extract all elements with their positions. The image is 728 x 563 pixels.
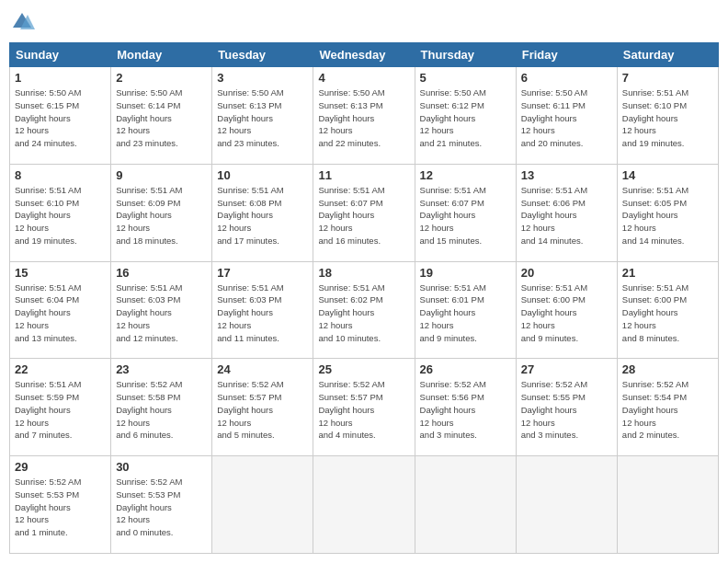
calendar-cell: 16 Sunrise: 5:51 AM Sunset: 6:03 PM Dayl… (111, 261, 212, 359)
day-number: 11 (318, 168, 409, 182)
day-info: Sunrise: 5:51 AM Sunset: 6:08 PM Dayligh… (217, 184, 308, 247)
day-info: Sunrise: 5:50 AM Sunset: 6:13 PM Dayligh… (217, 86, 308, 150)
day-number: 8 (15, 168, 106, 182)
day-info: Sunrise: 5:51 AM Sunset: 6:06 PM Dayligh… (521, 184, 612, 247)
calendar-cell: 12 Sunrise: 5:51 AM Sunset: 6:07 PM Dayl… (415, 164, 516, 261)
sunrise-label: Sunrise: 5:52 AM (622, 379, 688, 389)
daylight-minutes: and 0 minutes. (116, 527, 173, 537)
calendar-cell (617, 456, 718, 554)
sunrise-label: Sunrise: 5:51 AM (217, 282, 283, 293)
day-number: 24 (217, 362, 308, 376)
daylight-label: Daylight hours (318, 405, 374, 415)
sunrise-label: Sunrise: 5:51 AM (420, 185, 486, 195)
daylight-duration: 12 hours (420, 320, 454, 330)
day-number: 6 (521, 71, 612, 85)
day-info: Sunrise: 5:51 AM Sunset: 6:07 PM Dayligh… (318, 184, 409, 247)
day-info: Sunrise: 5:52 AM Sunset: 5:55 PM Dayligh… (521, 378, 612, 442)
sunset-label: Sunset: 6:10 PM (15, 198, 79, 208)
daylight-label: Daylight hours (521, 405, 577, 415)
day-number: 27 (521, 362, 612, 376)
sunrise-label: Sunrise: 5:52 AM (420, 379, 486, 389)
calendar-cell: 10 Sunrise: 5:51 AM Sunset: 6:08 PM Dayl… (212, 164, 313, 261)
daylight-duration: 12 hours (622, 418, 656, 428)
daylight-minutes: and 7 minutes. (15, 430, 72, 440)
daylight-minutes: and 23 minutes. (217, 138, 279, 148)
sunset-label: Sunset: 5:53 PM (15, 489, 79, 500)
sunset-label: Sunset: 6:02 PM (318, 294, 382, 304)
day-info: Sunrise: 5:52 AM Sunset: 5:57 PM Dayligh… (217, 378, 308, 442)
day-info: Sunrise: 5:51 AM Sunset: 6:00 PM Dayligh… (521, 282, 612, 345)
sunset-label: Sunset: 6:13 PM (318, 100, 382, 110)
weekday-header-tuesday: Tuesday (212, 43, 313, 67)
sunrise-label: Sunrise: 5:52 AM (521, 379, 587, 389)
calendar-cell: 19 Sunrise: 5:51 AM Sunset: 6:01 PM Dayl… (415, 261, 516, 359)
sunrise-label: Sunrise: 5:51 AM (622, 87, 688, 98)
daylight-minutes: and 6 minutes. (116, 430, 173, 440)
daylight-duration: 12 hours (318, 418, 352, 428)
calendar-cell: 1 Sunrise: 5:50 AM Sunset: 6:15 PM Dayli… (10, 67, 111, 165)
daylight-label: Daylight hours (318, 307, 374, 317)
sunrise-label: Sunrise: 5:51 AM (318, 185, 384, 195)
daylight-label: Daylight hours (521, 307, 577, 317)
sunset-label: Sunset: 6:08 PM (217, 198, 281, 208)
daylight-label: Daylight hours (318, 113, 374, 123)
daylight-duration: 12 hours (622, 125, 656, 135)
day-info: Sunrise: 5:52 AM Sunset: 5:54 PM Dayligh… (622, 378, 713, 442)
daylight-duration: 12 hours (116, 125, 150, 135)
daylight-label: Daylight hours (217, 307, 273, 317)
sunrise-label: Sunrise: 5:50 AM (318, 87, 384, 98)
sunrise-label: Sunrise: 5:50 AM (217, 87, 283, 98)
sunrise-label: Sunrise: 5:51 AM (116, 185, 182, 195)
daylight-duration: 12 hours (318, 223, 352, 233)
sunrise-label: Sunrise: 5:52 AM (217, 379, 283, 389)
day-number: 18 (318, 266, 409, 280)
sunset-label: Sunset: 6:13 PM (217, 100, 281, 110)
day-number: 10 (217, 168, 308, 182)
daylight-minutes: and 23 minutes. (116, 138, 178, 148)
day-number: 25 (318, 362, 409, 376)
daylight-minutes: and 1 minute. (15, 527, 68, 537)
calendar-cell: 5 Sunrise: 5:50 AM Sunset: 6:12 PM Dayli… (415, 67, 516, 165)
day-info: Sunrise: 5:50 AM Sunset: 6:13 PM Dayligh… (318, 86, 409, 150)
calendar-cell: 8 Sunrise: 5:51 AM Sunset: 6:10 PM Dayli… (10, 164, 111, 261)
daylight-duration: 12 hours (15, 514, 49, 524)
sunset-label: Sunset: 5:57 PM (217, 392, 281, 402)
sunset-label: Sunset: 5:55 PM (521, 392, 586, 402)
daylight-label: Daylight hours (15, 307, 71, 317)
day-info: Sunrise: 5:51 AM Sunset: 6:09 PM Dayligh… (116, 184, 207, 247)
calendar-cell (212, 456, 313, 554)
calendar-cell: 30 Sunrise: 5:52 AM Sunset: 5:53 PM Dayl… (111, 456, 212, 554)
sunrise-label: Sunrise: 5:51 AM (15, 282, 81, 293)
sunset-label: Sunset: 6:03 PM (217, 294, 281, 304)
daylight-label: Daylight hours (420, 210, 476, 220)
day-number: 1 (15, 71, 106, 85)
sunrise-label: Sunrise: 5:51 AM (622, 282, 688, 293)
day-info: Sunrise: 5:51 AM Sunset: 6:03 PM Dayligh… (116, 282, 207, 345)
daylight-minutes: and 14 minutes. (521, 236, 584, 246)
daylight-label: Daylight hours (15, 405, 71, 415)
sunset-label: Sunset: 6:05 PM (622, 198, 687, 208)
sunrise-label: Sunrise: 5:51 AM (622, 185, 688, 195)
calendar-cell: 26 Sunrise: 5:52 AM Sunset: 5:56 PM Dayl… (415, 359, 516, 456)
calendar-cell: 14 Sunrise: 5:51 AM Sunset: 6:05 PM Dayl… (617, 164, 718, 261)
day-info: Sunrise: 5:51 AM Sunset: 6:02 PM Dayligh… (318, 282, 409, 345)
daylight-duration: 12 hours (622, 320, 656, 330)
calendar-cell: 22 Sunrise: 5:51 AM Sunset: 5:59 PM Dayl… (10, 359, 111, 456)
daylight-label: Daylight hours (622, 405, 678, 415)
daylight-label: Daylight hours (116, 502, 172, 512)
day-number: 17 (217, 266, 308, 280)
sunset-label: Sunset: 5:57 PM (318, 392, 382, 402)
daylight-minutes: and 16 minutes. (318, 236, 381, 246)
daylight-duration: 12 hours (116, 223, 150, 233)
daylight-duration: 12 hours (15, 418, 49, 428)
calendar-cell: 21 Sunrise: 5:51 AM Sunset: 6:00 PM Dayl… (617, 261, 718, 359)
sunset-label: Sunset: 5:53 PM (116, 489, 180, 500)
sunrise-label: Sunrise: 5:50 AM (420, 87, 486, 98)
day-number: 14 (622, 168, 713, 182)
calendar-cell: 20 Sunrise: 5:51 AM Sunset: 6:00 PM Dayl… (516, 261, 617, 359)
day-number: 30 (116, 460, 207, 474)
daylight-label: Daylight hours (420, 307, 476, 317)
day-info: Sunrise: 5:50 AM Sunset: 6:11 PM Dayligh… (521, 86, 612, 150)
calendar-cell: 17 Sunrise: 5:51 AM Sunset: 6:03 PM Dayl… (212, 261, 313, 359)
daylight-minutes: and 2 minutes. (622, 430, 679, 440)
